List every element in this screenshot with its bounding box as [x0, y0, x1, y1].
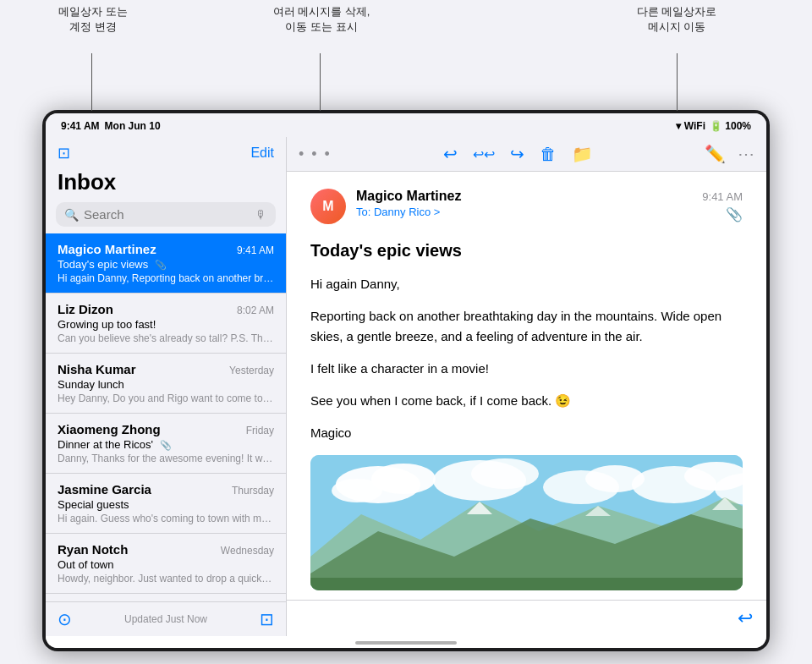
email-subject-2: Sunday lunch [58, 378, 274, 391]
home-indicator [46, 636, 766, 648]
sidebar-toggle-button[interactable]: ⊡ [58, 144, 70, 162]
callout-line-3 [677, 53, 678, 111]
email-subject-5: Out of town [58, 558, 274, 571]
trash-button[interactable]: 🗑 [540, 145, 557, 164]
email-time-3: Friday [246, 425, 274, 436]
email-subject-4: Special guests [58, 498, 274, 511]
filter-icon[interactable]: ⊙ [58, 609, 72, 629]
email-time-5: Wednesday [221, 545, 274, 557]
toolbar-right: ✏️ ⋯ [705, 144, 754, 164]
body-line-3: See you when I come back, if I come back… [310, 391, 743, 411]
compose-small-icon[interactable]: ⊡ [260, 609, 274, 629]
email-item-header-3: Xiaomeng Zhong Friday [58, 422, 274, 436]
callout-messages: 여러 메시지를 삭제, 이동 또는 표시 [262, 4, 381, 35]
folder-button[interactable]: 📁 [572, 144, 593, 164]
body-line-1: Reporting back on another breathtaking d… [310, 306, 743, 347]
svg-point-5 [471, 458, 539, 489]
battery-icon: 🔋 100% [710, 120, 751, 132]
email-subject-detail: Today's epic views [310, 241, 743, 261]
email-preview-1: Can you believe she's already so tall? P… [58, 332, 274, 344]
email-header-section: M Magico Martinez To: Danny Rico > 9:41 … [310, 189, 743, 224]
footer-status: Updated Just Now [124, 613, 207, 625]
email-sender-2: Nisha Kumar [58, 362, 136, 376]
callout-move: 다른 메일상자로 메시지 이동 [609, 4, 744, 35]
email-sender-4: Jasmine Garcia [58, 482, 151, 497]
email-sender-5: Ryan Notch [58, 542, 128, 557]
email-sender-0: Magico Martinez [58, 242, 156, 256]
detail-header-right: 9:41 AM 📎 [702, 189, 743, 222]
email-item-header-5: Ryan Notch Wednesday [58, 542, 274, 557]
paperclip-icon: 📎 [726, 206, 743, 222]
reply-button[interactable]: ↩ [443, 144, 458, 164]
email-time-2: Yesterday [229, 365, 274, 376]
email-sender-3: Xiaomeng Zhong [58, 422, 161, 436]
email-item-5[interactable]: Ryan Notch Wednesday Out of town Howdy, … [46, 534, 286, 594]
more-button[interactable]: ⋯ [738, 144, 754, 164]
status-bar: 9:41 AM Mon Jun 10 ▾ WiFi 🔋 100% [46, 113, 766, 137]
attachment-icon-0: 📎 [155, 260, 167, 270]
body-line-4: Magico [310, 423, 743, 443]
detail-toolbar: • • • ↩ ↩↩ ↪ 🗑 📁 ✏️ ⋯ [287, 137, 766, 172]
detail-time: 9:41 AM [702, 190, 743, 203]
email-item-0[interactable]: Magico Martinez 9:41 AM Today's epic vie… [46, 233, 286, 294]
reply-footer-button[interactable]: ↩ [738, 607, 753, 629]
email-time-1: 8:02 AM [237, 305, 274, 316]
status-left: 9:41 AM Mon Jun 10 [61, 120, 161, 132]
forward-button[interactable]: ↪ [510, 144, 524, 164]
status-time: 9:41 AM [61, 120, 100, 132]
mic-icon[interactable]: 🎙 [255, 208, 267, 222]
sidebar: ⊡ Edit Inbox 🔍 🎙 Magico Martinez [46, 137, 287, 636]
status-day: Mon Jun 10 [105, 120, 161, 132]
email-item-header-0: Magico Martinez 9:41 AM [58, 242, 274, 256]
sidebar-toolbar: ⊡ Edit [46, 137, 286, 167]
email-item-1[interactable]: Liz Dizon 8:02 AM Growing up too fast! C… [46, 294, 286, 354]
callout-line-2 [320, 53, 321, 111]
email-item-header-2: Nisha Kumar Yesterday [58, 362, 274, 376]
email-preview-5: Howdy, neighbor. Just wanted to drop a q… [58, 573, 274, 584]
detail-footer: ↩ [287, 600, 766, 636]
search-input[interactable] [84, 207, 250, 222]
toolbar-center: • • • [299, 145, 332, 163]
email-list: Magico Martinez 9:41 AM Today's epic vie… [46, 233, 286, 601]
email-landscape-image [310, 455, 743, 590]
search-bar[interactable]: 🔍 🎙 [56, 202, 276, 227]
email-time-4: Thursday [232, 485, 274, 497]
email-header-info: Magico Martinez To: Danny Rico > [356, 189, 692, 218]
body-line-2: I felt like a character in a movie! [310, 359, 743, 379]
callout-line-1 [91, 53, 92, 111]
wifi-icon: ▾ WiFi [676, 120, 705, 132]
edit-button[interactable]: Edit [250, 145, 274, 161]
email-detail-pane: • • • ↩ ↩↩ ↪ 🗑 📁 ✏️ ⋯ [287, 137, 766, 636]
detail-to[interactable]: To: Danny Rico > [356, 206, 692, 218]
toolbar-actions: ↩ ↩↩ ↪ 🗑 📁 [443, 144, 593, 164]
email-item-header-4: Jasmine Garcia Thursday [58, 482, 274, 497]
email-subject-1: Growing up too fast! [58, 318, 274, 331]
email-item-header-1: Liz Dizon 8:02 AM [58, 302, 274, 316]
email-item-3[interactable]: Xiaomeng Zhong Friday Dinner at the Rico… [46, 414, 286, 474]
sender-avatar: M [310, 189, 346, 224]
inbox-title: Inbox [46, 167, 286, 202]
email-body: Hi again Danny, Reporting back on anothe… [310, 274, 743, 443]
ipad-frame: 9:41 AM Mon Jun 10 ▾ WiFi 🔋 100% ⊡ Edit … [42, 110, 770, 651]
email-item-2[interactable]: Nisha Kumar Yesterday Sunday lunch Hey D… [46, 354, 286, 414]
detail-sender-name: Magico Martinez [356, 189, 692, 204]
detail-content: M Magico Martinez To: Danny Rico > 9:41 … [287, 172, 766, 600]
email-preview-2: Hey Danny, Do you and Rigo want to come … [58, 392, 274, 404]
search-icon: 🔍 [64, 208, 79, 222]
home-bar [355, 641, 457, 645]
reply-all-button[interactable]: ↩↩ [473, 146, 495, 162]
email-preview-0: Hi again Danny, Reporting back on anothe… [58, 272, 274, 284]
ipad-screen: 9:41 AM Mon Jun 10 ▾ WiFi 🔋 100% ⊡ Edit … [46, 113, 766, 648]
email-preview-3: Danny, Thanks for the awesome evening! I… [58, 453, 274, 464]
email-sender-1: Liz Dizon [58, 302, 113, 316]
callout-mailbox: 메일상자 또는 계정 변경 [47, 4, 140, 35]
svg-point-3 [332, 479, 382, 502]
svg-rect-13 [310, 578, 743, 590]
main-content: ⊡ Edit Inbox 🔍 🎙 Magico Martinez [46, 137, 766, 636]
attachment-icon-3: 📎 [160, 440, 172, 450]
sidebar-footer: ⊙ Updated Just Now ⊡ [46, 601, 286, 636]
email-item-4[interactable]: Jasmine Garcia Thursday Special guests H… [46, 474, 286, 534]
status-right: ▾ WiFi 🔋 100% [676, 120, 751, 132]
compose-button[interactable]: ✏️ [705, 144, 726, 164]
ellipsis-dots[interactable]: • • • [299, 145, 332, 163]
